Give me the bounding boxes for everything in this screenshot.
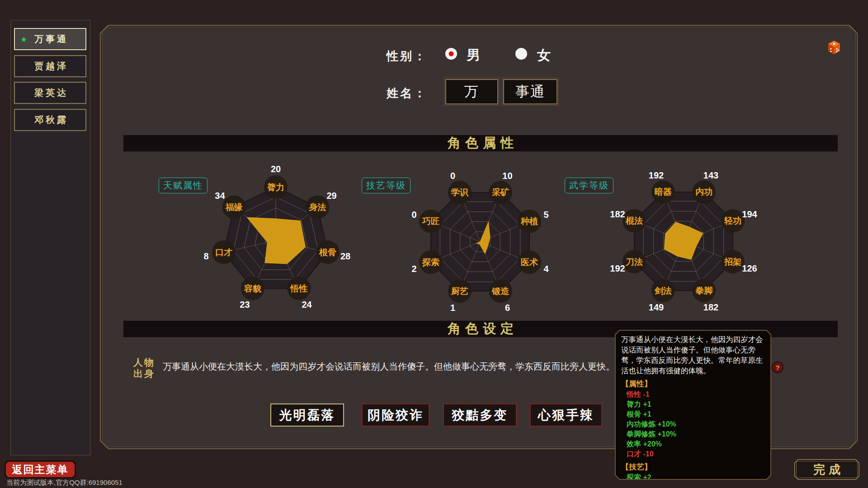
- radar-axis-label: 厨艺: [451, 286, 468, 296]
- radar-axis-value: 2: [411, 264, 416, 274]
- personality-button-cunning[interactable]: 狡黠多变: [443, 404, 517, 427]
- radar-axis-label: 膂力: [267, 183, 284, 192]
- tooltip-description: 万事通从小便在大漠长大，他因为四岁才会说话而被别人当作傻子。但他做事心无旁骛，学…: [621, 334, 765, 376]
- talent-attributes-tag: 天赋属性: [159, 178, 208, 193]
- radar-axis-label: 悟性: [290, 284, 307, 293]
- skill-modifier: 探索 +2: [621, 473, 765, 483]
- male-label[interactable]: 男: [467, 46, 480, 65]
- character-name: 邓秋露: [32, 114, 68, 126]
- female-radio[interactable]: [515, 48, 527, 60]
- radar-axis-value: 182: [703, 302, 718, 312]
- radar-axis-value: 8: [203, 251, 208, 261]
- attribute-modifier: 膂力 +1: [621, 399, 765, 409]
- radar-axis-label: 福缘: [225, 202, 243, 212]
- personality-button-sinister[interactable]: 阴险狡诈: [362, 404, 429, 427]
- radar-axis-label: 巧匠: [422, 216, 439, 226]
- sidebar-item-character-2[interactable]: 贾越泽: [14, 55, 86, 77]
- radar-axis-value: 29: [326, 191, 336, 201]
- attributes-section-header: 角色属性: [123, 135, 838, 152]
- radar-axis-label: 容貌: [244, 284, 262, 293]
- radar-chart-crafts: 学识0采矿10种植5医术4锻造6厨艺1探索2巧匠0: [390, 151, 571, 332]
- character-sidebar: ★ 万事通 贾越泽 梁英达 邓秋露: [10, 20, 90, 455]
- attribute-modifier: 效率 +20%: [621, 439, 765, 449]
- selected-star-icon: ★: [20, 34, 27, 44]
- radar-axis-value: 194: [742, 209, 757, 219]
- radar-axis-label: 口才: [215, 248, 232, 257]
- radar-axis-label: 棍法: [625, 216, 643, 225]
- radar-axis-label: 探索: [422, 258, 439, 267]
- radar-axis-value: 126: [742, 263, 757, 273]
- character-tooltip-panel: 万事通从小便在大漠长大，他因为四岁才会说话而被别人当作傻子。但他做事心无旁骛，学…: [615, 330, 771, 480]
- radar-axis-label: 剑法: [654, 286, 672, 296]
- radar-axis-label: 拳脚: [695, 286, 712, 296]
- radar-axis-value: 10: [502, 171, 512, 181]
- attribute-modifier: 悟性 -1: [621, 389, 765, 399]
- radar-axis-value: 0: [411, 210, 416, 220]
- personality-button-ruthless[interactable]: 心狠手辣: [530, 404, 602, 427]
- attribute-modifier: 内功修炼 +10%: [621, 419, 765, 429]
- radar-axis-value: 143: [703, 170, 718, 180]
- radar-axis-value: 149: [649, 302, 664, 312]
- radar-axis-label: 刀法: [625, 257, 643, 267]
- female-label[interactable]: 女: [537, 46, 551, 65]
- sidebar-item-character-4[interactable]: 邓秋露: [14, 109, 86, 131]
- character-name: 万事通: [32, 33, 68, 45]
- radar-chart-martial: 暗器192内功143轻功194招架126拳脚182剑法149刀法192棍法182: [593, 151, 774, 332]
- male-radio[interactable]: [445, 48, 457, 60]
- craft-levels-tag: 技艺等级: [362, 178, 410, 193]
- attribute-modifier: 拳脚修炼 +10%: [621, 429, 765, 439]
- radar-axis-value: 20: [271, 164, 281, 174]
- radar-axis-value: 24: [302, 300, 312, 310]
- tooltip-attributes-title: 【属性】: [621, 379, 765, 389]
- radar-axis-value: 182: [610, 209, 625, 219]
- done-button[interactable]: 完成: [794, 459, 859, 480]
- radar-axis-label: 采矿: [491, 188, 509, 197]
- sidebar-item-character-3[interactable]: 梁英达: [14, 82, 86, 104]
- given-name-value: 事通: [515, 82, 545, 101]
- tooltip-skills-title: 【技艺】: [621, 462, 765, 473]
- radar-axis-label: 学识: [451, 188, 469, 197]
- radar-axis-value: 4: [543, 264, 549, 274]
- radio-selected-dot: [449, 52, 454, 56]
- radar-axis-label: 内功: [695, 187, 712, 197]
- radar-axis-value: 23: [240, 300, 250, 310]
- radar-axis-label: 医术: [521, 258, 538, 267]
- attribute-modifier: 口才 -10: [621, 449, 765, 459]
- given-name-input[interactable]: 事通: [503, 79, 557, 104]
- sidebar-item-character-1[interactable]: ★ 万事通: [14, 28, 86, 50]
- radar-axis-label: 轻功: [724, 216, 741, 225]
- radar-axis-value: 28: [340, 251, 350, 261]
- version-text: 当前为测试版本,官方QQ群:691906051: [6, 479, 123, 487]
- character-creation-screen: ★ 万事通 贾越泽 梁英达 邓秋露 性别： 男 女 姓名： 万 事通: [0, 0, 868, 488]
- radar-axis-label: 暗器: [655, 187, 672, 197]
- randomize-dice-icon[interactable]: [826, 40, 842, 55]
- surname-value: 万: [464, 82, 479, 101]
- back-to-main-menu-button[interactable]: 返回主菜单: [5, 460, 76, 479]
- radar-axis-label: 锻造: [491, 286, 509, 296]
- radar-axis-label: 根骨: [319, 248, 336, 257]
- radar-axis-label: 招架: [724, 257, 741, 267]
- character-name: 贾越泽: [32, 60, 68, 72]
- name-label: 姓名：: [387, 85, 427, 101]
- radar-axis-value: 5: [543, 210, 548, 220]
- radar-axis-label: 种植: [520, 216, 538, 226]
- radar-chart-talent: 膂力20身法29根骨28悟性24容貌23口才8福缘34: [185, 150, 366, 331]
- radar-axis-value: 1: [450, 303, 455, 313]
- radar-axis-value: 192: [649, 170, 664, 180]
- personality-button-upright[interactable]: 光明磊落: [270, 404, 344, 427]
- martial-levels-tag: 武学等级: [565, 178, 613, 193]
- character-name: 梁英达: [32, 87, 68, 99]
- radar-axis-value: 6: [505, 303, 510, 313]
- gender-label: 性别：: [387, 48, 427, 64]
- radar-axis-value: 34: [215, 191, 225, 201]
- help-icon[interactable]: ?: [772, 361, 783, 373]
- radar-axis-value: 0: [450, 171, 455, 181]
- radar-axis-value: 192: [610, 263, 625, 273]
- radar-axis-label: 身法: [308, 202, 326, 212]
- attribute-modifier: 根骨 +1: [621, 409, 765, 419]
- origin-label: 人物出身: [133, 357, 155, 379]
- surname-input[interactable]: 万: [445, 79, 498, 104]
